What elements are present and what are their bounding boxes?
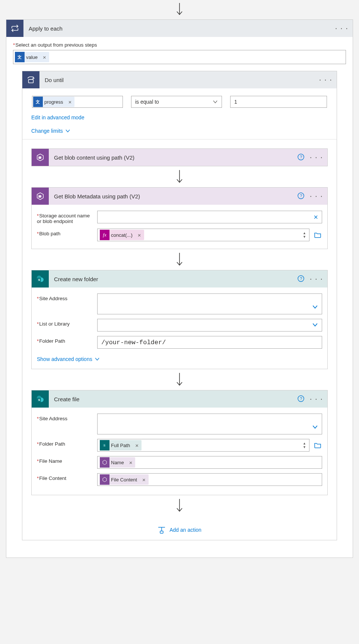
create-folder-header[interactable]: S Create new folder ? · · · xyxy=(32,270,327,288)
blob-metadata-title: Get Blob Metadata using path (V2) xyxy=(49,193,298,200)
more-icon[interactable]: · · · xyxy=(319,78,332,82)
storage-account-label: *Storage account name or blob endpoint xyxy=(37,211,93,224)
more-icon[interactable]: · · · xyxy=(309,194,323,198)
do-until-header[interactable]: Do until · · · xyxy=(22,71,337,88)
create-file-header[interactable]: S Create file ? · · · xyxy=(32,390,327,408)
translator-icon: 文 xyxy=(15,52,25,62)
chevron-down-icon xyxy=(213,99,218,104)
help-icon[interactable]: ? xyxy=(298,395,304,403)
help-icon[interactable]: ? xyxy=(298,192,304,200)
full-path-token[interactable]: S Full Path × xyxy=(100,440,142,450)
blob-icon xyxy=(100,474,109,485)
blob-path-input[interactable]: fx concat(...) × ▲▼ xyxy=(97,229,309,241)
progress-token[interactable]: 文 progress × xyxy=(33,97,74,107)
browse-folder-icon[interactable] xyxy=(313,229,322,241)
blob-icon: 10 xyxy=(32,149,49,166)
svg-text:文: 文 xyxy=(17,55,22,59)
chevron-down-icon[interactable] xyxy=(312,424,318,431)
svg-text:?: ? xyxy=(300,276,302,281)
svg-rect-3 xyxy=(29,79,34,83)
remove-token-icon[interactable]: × xyxy=(40,54,49,60)
svg-marker-31 xyxy=(103,477,107,482)
file-content-input[interactable]: File Content × xyxy=(97,473,322,486)
condition-lhs[interactable]: 文 progress × xyxy=(32,96,123,108)
concat-token[interactable]: fx concat(...) × xyxy=(100,230,144,240)
svg-text:S: S xyxy=(38,398,41,402)
show-advanced-link[interactable]: Show advanced options xyxy=(37,356,100,362)
sharepoint-icon: S xyxy=(32,270,49,288)
edit-advanced-link[interactable]: Edit in advanced mode xyxy=(31,114,84,120)
site-address-input[interactable] xyxy=(97,293,322,314)
get-blob-metadata-header[interactable]: 10 Get Blob Metadata using path (V2) ? ·… xyxy=(32,188,327,205)
blob-path-label: *Blob path xyxy=(37,229,93,236)
flow-arrow xyxy=(31,369,328,390)
condition-operator[interactable]: is equal to xyxy=(131,96,222,108)
site-address-label: *Site Address xyxy=(37,293,93,301)
create-folder-card: S Create new folder ? · · · xyxy=(31,270,328,369)
select-output-label: *Select an output from previous steps xyxy=(13,42,346,48)
get-blob-content-header[interactable]: 10 Get blob content using path (V2) ? · … xyxy=(32,149,327,166)
spinner-icon[interactable]: ▲▼ xyxy=(302,442,307,449)
remove-token-icon[interactable]: × xyxy=(126,459,136,466)
blob-icon xyxy=(100,457,109,468)
clear-icon[interactable]: × xyxy=(312,213,320,222)
create-folder-title: Create new folder xyxy=(49,276,298,282)
remove-token-icon[interactable]: × xyxy=(66,99,75,105)
blob-content-title: Get blob content using path (V2) xyxy=(49,154,298,161)
spinner-icon[interactable]: ▲▼ xyxy=(302,231,307,239)
more-icon[interactable]: · · · xyxy=(309,277,323,281)
chevron-down-icon[interactable] xyxy=(312,322,318,329)
svg-text:10: 10 xyxy=(38,156,41,159)
condition-rhs[interactable]: 1 xyxy=(230,96,327,108)
chevron-down-icon xyxy=(65,128,70,133)
file-site-address-label: *Site Address xyxy=(37,414,93,421)
apply-to-each-card: Apply to each · · · *Select an output fr… xyxy=(6,19,353,558)
do-until-card: Do until · · · 文 progress xyxy=(22,71,337,540)
create-file-card: S Create file ? · · · xyxy=(31,390,328,495)
name-token[interactable]: Name × xyxy=(100,457,135,468)
folder-path-input[interactable]: /your-new-folder/ xyxy=(97,336,322,349)
sharepoint-icon: S xyxy=(32,390,49,408)
select-output-input[interactable]: 文 value × xyxy=(13,50,346,64)
blob-icon: 10 xyxy=(32,188,49,205)
value-token[interactable]: 文 value × xyxy=(15,52,49,62)
file-name-input[interactable]: Name × xyxy=(97,456,322,469)
file-content-token[interactable]: File Content × xyxy=(100,474,149,485)
do-until-icon xyxy=(22,71,39,88)
translator-icon: 文 xyxy=(33,97,43,107)
apply-to-each-title: Apply to each xyxy=(23,25,335,32)
more-icon[interactable]: · · · xyxy=(309,155,323,159)
create-file-title: Create file xyxy=(49,396,298,402)
remove-token-icon[interactable]: × xyxy=(132,442,142,449)
svg-text:S: S xyxy=(38,278,41,282)
sharepoint-icon: S xyxy=(100,440,109,450)
get-blob-metadata-card: 10 Get Blob Metadata using path (V2) ? ·… xyxy=(31,187,328,249)
fx-icon: fx xyxy=(100,230,109,240)
file-folder-path-input[interactable]: S Full Path × ▲▼ xyxy=(97,439,309,452)
help-icon[interactable]: ? xyxy=(298,275,304,283)
folder-path-label: *Folder Path xyxy=(37,336,93,344)
add-step-icon xyxy=(158,526,166,534)
change-limits-link[interactable]: Change limits xyxy=(31,128,70,134)
svg-text:?: ? xyxy=(300,396,302,401)
browse-folder-icon[interactable] xyxy=(313,439,322,452)
flow-arrow xyxy=(31,495,328,516)
list-library-input[interactable] xyxy=(97,319,322,332)
remove-token-icon[interactable]: × xyxy=(139,477,149,483)
file-site-address-input[interactable] xyxy=(97,414,322,434)
flow-arrow xyxy=(31,249,328,270)
remove-token-icon[interactable]: × xyxy=(135,232,144,238)
apply-to-each-header[interactable]: Apply to each · · · xyxy=(6,20,353,37)
file-folder-path-label: *Folder Path xyxy=(37,439,93,447)
storage-account-input[interactable]: × xyxy=(97,211,322,223)
file-name-label: *File Name xyxy=(37,456,93,464)
more-icon[interactable]: · · · xyxy=(309,397,323,401)
svg-text:文: 文 xyxy=(35,100,40,104)
svg-text:?: ? xyxy=(300,194,302,198)
help-icon[interactable]: ? xyxy=(298,154,304,161)
chevron-down-icon[interactable] xyxy=(312,304,318,311)
add-action-button[interactable]: Add an action xyxy=(31,516,328,534)
flow-arrow xyxy=(0,0,359,19)
more-icon[interactable]: · · · xyxy=(335,26,348,30)
chevron-down-icon xyxy=(95,356,100,362)
